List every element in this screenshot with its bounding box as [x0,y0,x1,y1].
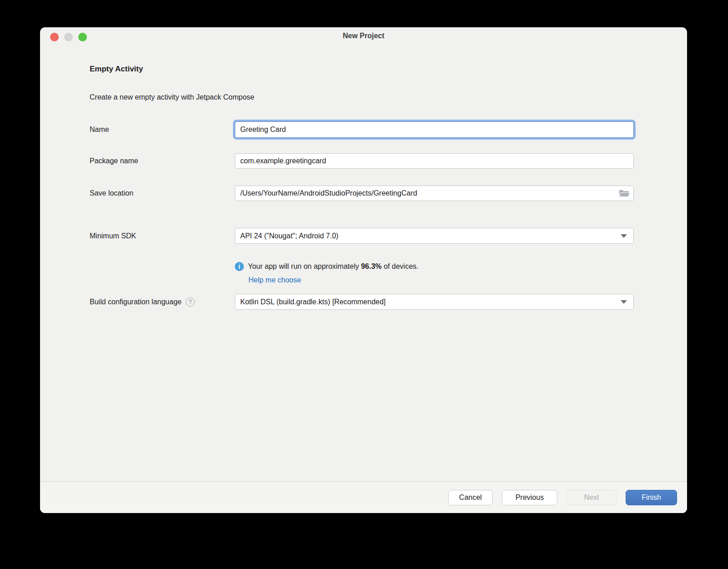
name-label: Name [90,126,235,134]
footer-button-bar: Cancel Previous Next Finish [40,482,687,513]
package-name-input[interactable] [235,153,634,169]
package-name-row: Package name [90,153,634,169]
previous-button[interactable]: Previous [502,490,557,505]
build-config-row: Build configuration language ? Kotlin DS… [90,294,634,310]
title-bar: New Project [40,27,687,47]
build-config-label: Build configuration language ? [90,297,235,307]
minimum-sdk-dropdown[interactable]: API 24 ("Nougat"; Android 7.0) [235,228,634,244]
finish-button[interactable]: Finish [626,490,677,505]
chevron-down-icon [621,300,627,304]
folder-open-icon [619,192,630,199]
help-question-icon[interactable]: ? [186,297,195,307]
name-row: Name [90,121,634,138]
window-title: New Project [40,32,687,40]
page-subtitle: Create a new empty activity with Jetpack… [90,93,254,101]
save-location-row: Save location [90,186,634,201]
info-icon: i [235,262,244,271]
save-location-label: Save location [90,189,235,197]
help-me-choose-link[interactable]: Help me choose [248,275,301,286]
minimum-sdk-label: Minimum SDK [90,232,235,240]
build-config-value: Kotlin DSL (build.gradle.kts) [Recommend… [240,298,386,306]
device-percent: 96.3% [361,262,381,270]
sdk-info-text: Your app will run on approximately 96.3%… [248,261,419,272]
next-button: Next [566,490,617,505]
build-config-dropdown[interactable]: Kotlin DSL (build.gradle.kts) [Recommend… [235,294,634,310]
sdk-info-note: i Your app will run on approximately 96.… [235,261,419,272]
save-location-input[interactable] [235,186,634,201]
minimum-sdk-row: Minimum SDK API 24 ("Nougat"; Android 7.… [90,228,634,244]
new-project-dialog: New Project Empty Activity Create a new … [40,27,687,513]
chevron-down-icon [621,234,627,238]
cancel-button[interactable]: Cancel [448,490,493,505]
name-input[interactable] [235,121,634,138]
page-title: Empty Activity [90,65,143,74]
package-name-label: Package name [90,157,235,165]
minimum-sdk-value: API 24 ("Nougat"; Android 7.0) [240,232,339,240]
browse-folder-button[interactable] [619,189,630,198]
